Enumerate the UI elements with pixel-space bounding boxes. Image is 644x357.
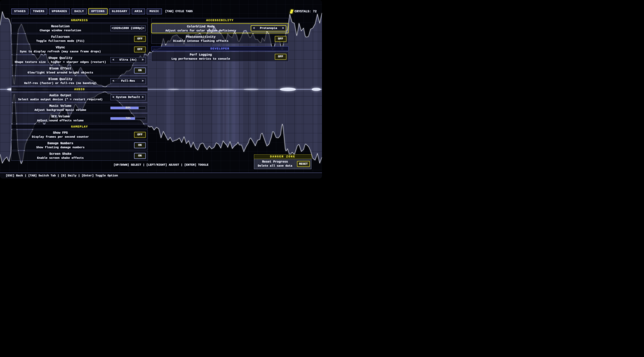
choice-next-icon[interactable]: > xyxy=(142,96,144,99)
tab-upgrades[interactable]: UPGRADES xyxy=(49,8,70,14)
options-screen: STAGESTOWERSUPGRADESDAILYOPTIONSGLOSSARY… xyxy=(0,0,322,178)
toggle-damage-numbers[interactable]: ON xyxy=(134,142,146,148)
value-text-resolution: <1920x1080 (1080p)> xyxy=(112,27,144,30)
option-label-sfx-volume: SFX Volume xyxy=(12,114,109,119)
choice-colorblind-mode[interactable]: <Protanopia> xyxy=(251,26,286,31)
option-desc-bloom-quality: Half-res (faster) or full-res (no bandin… xyxy=(12,81,109,85)
choice-prev-icon[interactable]: < xyxy=(112,58,114,62)
choice-value-audio-output: System Default xyxy=(116,96,140,99)
choice-next-icon[interactable]: > xyxy=(282,27,284,30)
row-vsync[interactable]: VSyncSync to display refresh (may cause … xyxy=(11,44,148,54)
tab-stages[interactable]: STAGES xyxy=(11,8,28,14)
choice-value-bloom-quality: Full-Res xyxy=(121,80,135,83)
choice-value-shape-quality: Ultra (4x) xyxy=(120,58,137,62)
section-header-accessibility: ACCESSIBILITY xyxy=(152,18,288,22)
choice-prev-icon[interactable]: < xyxy=(112,80,114,83)
option-label-damage-numbers: Damage Numbers xyxy=(12,141,109,146)
crystals-counter: CRYSTALS: 72 xyxy=(290,10,317,14)
option-label-fullscreen: Fullscreen xyxy=(12,35,109,39)
row-audio-output[interactable]: Audio OutputSelect audio output device (… xyxy=(11,92,148,102)
option-label-photosensitivity: Photosensitivity xyxy=(152,35,250,39)
row-colorblind-mode[interactable]: Colorblind ModeAdjust colors for color v… xyxy=(152,24,288,33)
value-resolution[interactable]: <1920x1080 (1080p)> xyxy=(110,26,146,31)
options-left-column: GRAPHICSResolutionChange window resoluti… xyxy=(11,18,148,162)
option-desc-resolution: Change window resolution xyxy=(12,28,109,32)
control-shape-quality: <Ultra (4x)> xyxy=(110,57,146,63)
toggle-perf-logging[interactable]: OFF xyxy=(275,54,286,60)
row-bloom-effect[interactable]: Bloom EffectGlow/light bleed around brig… xyxy=(11,66,148,75)
row-damage-numbers[interactable]: Damage NumbersShow floating damage numbe… xyxy=(11,140,148,150)
row-fullscreen[interactable]: FullscreenToggle fullscreen mode (F11)OF… xyxy=(11,34,148,44)
row-bloom-quality[interactable]: Bloom QualityHalf-res (faster) or full-r… xyxy=(11,76,148,86)
control-resolution: <1920x1080 (1080p)> xyxy=(110,26,146,31)
option-label-resolution: Resolution xyxy=(12,24,109,28)
option-label-screen-shake: Screen Shake xyxy=(12,152,109,156)
control-perf-logging: OFF xyxy=(275,54,286,60)
section-header-developer: DEVELOPER xyxy=(152,46,288,51)
section-header-graphics: GRAPHICS xyxy=(11,18,148,22)
tab-cycle-hint: [TAB] CYCLE TABS xyxy=(165,10,192,13)
choice-next-icon[interactable]: > xyxy=(142,80,144,83)
option-label-show-fps: Show FPS xyxy=(12,131,109,135)
row-text-fullscreen: FullscreenToggle fullscreen mode (F11) xyxy=(12,35,109,43)
control-audio-output: <System Default> xyxy=(110,94,146,100)
option-label-shape-quality: Shape Quality xyxy=(12,56,109,60)
section-audio: AUDIOAudio OutputSelect audio output dev… xyxy=(11,87,148,123)
danger-zone: DANGER ZONE Reset Progress Delete all sa… xyxy=(254,154,312,169)
danger-zone-header: DANGER ZONE xyxy=(254,154,312,159)
toggle-fullscreen[interactable]: OFF xyxy=(134,36,146,42)
toggle-bloom-effect[interactable]: ON xyxy=(134,68,146,74)
tab-glossary[interactable]: GLOSSARY xyxy=(109,8,130,14)
toggle-screen-shake[interactable]: ON xyxy=(134,153,146,159)
crystals-label: CRYSTALS: 72 xyxy=(294,10,317,13)
choice-bloom-quality[interactable]: <Full-Res> xyxy=(110,78,146,84)
row-text-bloom-effect: Bloom EffectGlow/light bleed around brig… xyxy=(12,66,109,75)
row-photosensitivity[interactable]: PhotosensitivityDisable intense flashing… xyxy=(152,34,288,44)
row-text-audio-output: Audio OutputSelect audio output device (… xyxy=(12,93,109,102)
row-resolution[interactable]: ResolutionChange window resolution<1920x… xyxy=(11,24,148,33)
choice-audio-output[interactable]: <System Default> xyxy=(110,94,146,100)
row-text-damage-numbers: Damage NumbersShow floating damage numbe… xyxy=(12,141,109,150)
tab-daily[interactable]: DAILY xyxy=(72,8,87,14)
tab-towers[interactable]: TOWERS xyxy=(30,8,47,14)
control-photosensitivity: OFF xyxy=(275,36,286,42)
choice-prev-icon[interactable]: < xyxy=(112,96,114,99)
tab-music[interactable]: MUSIC xyxy=(146,8,162,14)
option-label-bloom-quality: Bloom Quality xyxy=(12,77,109,81)
control-bloom-quality: <Full-Res> xyxy=(110,78,146,84)
option-label-colorblind-mode: Colorblind Mode xyxy=(152,24,250,29)
slider-label-sfx-volume: 70% xyxy=(110,117,146,120)
tab-options[interactable]: OPTIONS xyxy=(88,8,108,14)
toggle-show-fps[interactable]: OFF xyxy=(134,132,146,138)
toggle-vsync[interactable]: OFF xyxy=(134,46,146,52)
option-label-perf-logging: Perf Logging xyxy=(152,53,250,57)
row-shape-quality[interactable]: Shape QualityShape texture size - higher… xyxy=(11,55,148,65)
row-show-fps[interactable]: Show FPSDisplay frames per second counte… xyxy=(11,130,148,140)
row-screen-shake[interactable]: Screen ShakeEnable screen shake effectsO… xyxy=(11,151,148,161)
option-desc-colorblind-mode: Adjust colors for color vision deficienc… xyxy=(152,29,250,33)
slider-sfx-volume[interactable]: 70% xyxy=(110,117,146,120)
row-text-music-volume: Music VolumeAdjust background music volu… xyxy=(12,104,109,112)
option-desc-perf-logging: Log performance metrics to console xyxy=(152,57,250,61)
slider-music-volume[interactable]: 80% xyxy=(110,106,146,109)
row-sfx-volume[interactable]: SFX VolumeAdjust sound effects volume70% xyxy=(11,114,148,123)
row-text-perf-logging: Perf LoggingLog performance metrics to c… xyxy=(152,53,250,61)
row-perf-logging[interactable]: Perf LoggingLog performance metrics to c… xyxy=(152,52,288,62)
row-text-photosensitivity: PhotosensitivityDisable intense flashing… xyxy=(152,35,250,43)
toggle-photosensitivity[interactable]: OFF xyxy=(275,36,286,42)
tab-aria[interactable]: ARIA xyxy=(132,8,145,14)
option-desc-vsync: Sync to display refresh (may cause frame… xyxy=(12,50,109,54)
crystal-icon xyxy=(290,10,294,14)
choice-value-colorblind-mode: Protanopia xyxy=(260,27,277,30)
control-damage-numbers: ON xyxy=(134,142,146,148)
row-text-shape-quality: Shape QualityShape texture size - higher… xyxy=(12,56,109,64)
choice-prev-icon[interactable]: < xyxy=(253,27,255,30)
row-music-volume[interactable]: Music VolumeAdjust background music volu… xyxy=(11,103,148,113)
choice-shape-quality[interactable]: <Ultra (4x)> xyxy=(110,57,146,63)
control-fullscreen: OFF xyxy=(134,36,146,42)
status-bar-hints: [ESC] Back | [TAB] Switch Tab | [D] Dail… xyxy=(6,174,118,177)
slider-label-music-volume: 80% xyxy=(110,106,146,110)
choice-next-icon[interactable]: > xyxy=(142,58,144,62)
option-label-bloom-effect: Bloom Effect xyxy=(12,66,109,71)
option-desc-photosensitivity: Disable intense flashing effects xyxy=(152,39,250,43)
